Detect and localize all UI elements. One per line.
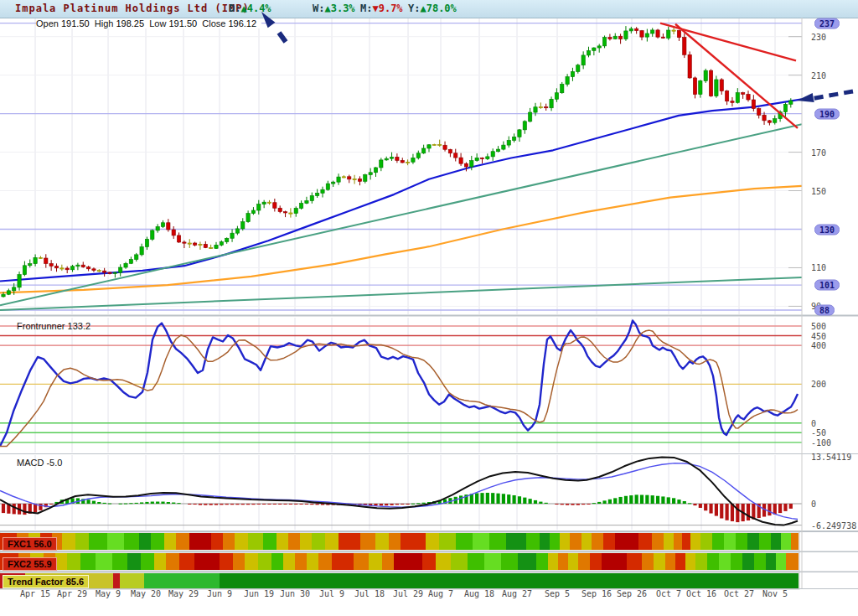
price-axis-badge: 190 (814, 108, 840, 119)
price-axis-badge: 237 (814, 18, 840, 28)
date-axis-label: Jun 30 (280, 589, 310, 598)
trend-factor-strip (0, 572, 799, 589)
chart-canvas[interactable] (0, 0, 858, 616)
date-axis-label: Jun 19 (244, 589, 274, 598)
ma-fast-blue (0, 99, 802, 281)
date-axis-label: Oct 7 (656, 589, 681, 598)
macd-signal (0, 463, 798, 520)
macd-axis-label: -6.249738 (811, 520, 856, 530)
frontrunner-axis-label: 450 (811, 331, 826, 340)
annotation-arrow-to-daily-change (261, 12, 286, 42)
date-axis-label: Sep 5 (545, 589, 570, 598)
frontrunner-label: Frontrunner 133.2 (17, 321, 90, 331)
date-axis-label: May 20 (131, 589, 161, 598)
price-axis-badge: 101 (814, 280, 840, 291)
macd-axis-label: 13.54119 (811, 453, 851, 462)
wedge-shallow (660, 23, 796, 61)
frontrunner-axis-label: 200 (811, 380, 826, 389)
date-axis-label: Jul 9 (319, 589, 344, 598)
frontrunner-fast (0, 321, 798, 447)
date-axis-label: Oct 16 (686, 589, 716, 598)
date-axis-label: Aug 18 (464, 589, 494, 598)
frontrunner-axis-label: 400 (811, 341, 826, 350)
price-axis-label: 230 (811, 32, 826, 41)
frontrunner-axis-label: -50 (811, 428, 826, 437)
date-axis-label: Sep 26 (617, 589, 647, 598)
price-axis-badge: 88 (814, 305, 835, 316)
price-axis-label: 170 (811, 148, 826, 157)
macd-pane[interactable] (0, 458, 802, 525)
price-axis-badge: 130 (814, 224, 840, 235)
price-axis-label: 150 (811, 186, 826, 195)
date-axis-label: Aug 7 (428, 589, 453, 598)
ma-slow-orange (0, 186, 802, 292)
date-axis-label: Jun 9 (207, 589, 232, 598)
trend-teal-shallow (0, 277, 802, 310)
frontrunner-axis-label: 0 (811, 418, 816, 427)
date-axis-label: Apr 15 (20, 589, 50, 598)
fxc2-strip (0, 552, 799, 571)
candles (2, 26, 793, 298)
date-axis-label: Apr 29 (57, 589, 87, 598)
annotation-arrow-to-last-candle (797, 91, 853, 102)
date-axis-label: Nov 5 (762, 589, 788, 598)
main-price-pane[interactable] (0, 23, 802, 310)
macd-label: MACD -5.0 (17, 458, 62, 468)
frontrunner-axis-label: -100 (811, 437, 831, 447)
vertical-gridlines (35, 18, 775, 530)
date-axis-label: Jul 18 (354, 589, 385, 598)
price-axis-label: 110 (811, 263, 826, 272)
trading-app-window: Impala Platinum Holdings Ltd (IMP) D:▲4.… (0, 0, 858, 616)
date-axis-label: Oct 27 (724, 589, 754, 598)
fxc2-chip: FXC2 55.9 (3, 557, 57, 571)
trend-teal-steep (0, 124, 802, 305)
date-axis-label: Aug 27 (502, 589, 532, 598)
date-axis-label: Sep 16 (581, 589, 612, 598)
frontrunner-pane[interactable] (0, 321, 802, 447)
ohlc-readout: Open 191.50 High 198.25 Low 191.50 Close… (36, 18, 261, 28)
date-axis-label: May 29 (168, 589, 199, 598)
price-axis-label: 210 (811, 70, 826, 80)
trend-factor-chip: Trend Factor 85.6 (3, 575, 89, 588)
macd-line (0, 458, 798, 525)
fxc1-chip: FXC1 56.0 (3, 537, 57, 551)
macd-axis-label: 0 (811, 500, 816, 509)
date-axis-label: May 9 (96, 589, 121, 598)
fxc1-strip (0, 532, 799, 551)
frontrunner-axis-label: 500 (811, 322, 826, 331)
date-axis-label: Jul 29 (393, 589, 423, 598)
